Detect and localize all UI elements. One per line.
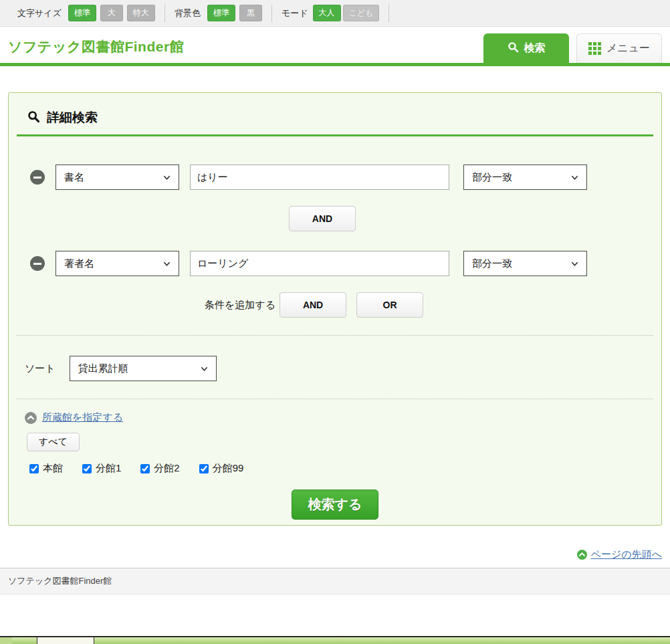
footer-site-name: ソフテック図書館Finder館 <box>8 575 112 587</box>
match-select-1-value: 部分一致 <box>472 171 512 184</box>
match-select-1[interactable]: 部分一致 <box>463 165 587 190</box>
site-header: ソフテック図書館Finder館 検索 メニュー <box>0 27 670 66</box>
match-select-2-value: 部分一致 <box>472 257 512 270</box>
library-checkbox-branch99[interactable]: 分館99 <box>199 462 244 475</box>
chevron-down-icon <box>571 174 578 181</box>
field-select-1-value: 書名 <box>64 171 84 184</box>
bg-black-button[interactable]: 黒 <box>239 5 262 21</box>
chevron-up-icon <box>577 550 587 560</box>
library-checkbox-branch1[interactable]: 分館1 <box>82 462 121 475</box>
font-size-label: 文字サイズ <box>17 7 62 19</box>
background-color-label: 背景色 <box>175 7 201 19</box>
tab-menu-label: メニュー <box>606 41 650 56</box>
add-condition-row: 条件を追加する AND OR <box>205 292 661 318</box>
keyword-input-1[interactable] <box>190 165 449 190</box>
panel-title: 詳細検索 <box>47 109 98 126</box>
divider <box>17 399 653 399</box>
sort-label: ソート <box>25 362 55 375</box>
header-tabs: 検索 メニュー <box>483 33 662 63</box>
mode-kids-button[interactable]: こども <box>343 5 380 21</box>
search-icon <box>27 110 40 126</box>
remove-condition-button[interactable] <box>30 256 45 271</box>
select-all-button[interactable]: すべて <box>27 433 80 451</box>
operator-between-button[interactable]: AND <box>289 206 356 231</box>
match-select-2[interactable]: 部分一致 <box>463 251 587 276</box>
search-submit-button[interactable]: 検索する <box>292 490 378 520</box>
chevron-down-icon <box>163 174 171 181</box>
font-size-xlarge-button[interactable]: 特大 <box>127 5 155 21</box>
add-and-button[interactable]: AND <box>280 292 346 318</box>
mode-group: モード 大人 こども <box>272 5 388 21</box>
bg-standard-button[interactable]: 標準 <box>207 5 235 21</box>
field-select-2[interactable]: 著者名 <box>55 251 179 276</box>
font-size-large-button[interactable]: 大 <box>100 5 123 21</box>
sort-select[interactable]: 貸出累計順 <box>70 356 217 381</box>
mode-adult-button[interactable]: 大人 <box>313 5 341 21</box>
title-underline <box>17 134 653 136</box>
cutoff-decoration-box <box>37 637 94 644</box>
field-select-1[interactable]: 書名 <box>55 165 179 190</box>
panel-title-row: 詳細検索 <box>9 93 661 134</box>
sort-select-value: 貸出累計順 <box>78 362 128 375</box>
detailed-search-panel: 詳細検索 書名 部分一致 AND 著者名 部分一致 条件を追加する AND <box>8 92 662 526</box>
chevron-up-icon <box>25 412 37 424</box>
library-label: 本館 <box>43 462 63 475</box>
chevron-down-icon <box>571 260 578 267</box>
divider <box>17 335 653 336</box>
field-select-2-value: 著者名 <box>64 257 94 270</box>
page-top-link[interactable]: ページの先頭へ <box>591 548 662 561</box>
specify-holding-library-link[interactable]: 所蔵館を指定する <box>42 411 123 424</box>
tab-menu[interactable]: メニュー <box>576 33 662 63</box>
sort-row: ソート 貸出累計順 <box>25 356 661 381</box>
holding-library-row: 所蔵館を指定する <box>25 411 661 424</box>
accessibility-toolbar: 文字サイズ 標準 大 特大 背景色 標準 黒 モード 大人 こども <box>0 0 670 27</box>
site-title: ソフテック図書館Finder館 <box>8 37 184 56</box>
checkbox[interactable] <box>29 464 39 473</box>
page-top-row: ページの先頭へ <box>0 548 662 561</box>
search-icon <box>508 41 519 56</box>
tab-search-label: 検索 <box>524 41 546 56</box>
font-size-group: 文字サイズ 標準 大 特大 <box>8 5 164 21</box>
background-color-group: 背景色 標準 黒 <box>165 5 271 21</box>
keyword-input-2[interactable] <box>190 251 449 276</box>
chevron-down-icon <box>163 260 171 267</box>
checkbox[interactable] <box>82 464 92 473</box>
library-label: 分館1 <box>96 462 121 475</box>
cutoff-decoration <box>0 637 12 644</box>
checkbox[interactable] <box>199 464 209 473</box>
library-checkbox-row: 本館 分館1 分館2 分館99 <box>29 462 661 475</box>
library-label: 分館99 <box>213 462 244 475</box>
condition-row-1: 書名 部分一致 <box>30 165 661 190</box>
mode-label: モード <box>282 7 308 19</box>
library-checkbox-main[interactable]: 本館 <box>29 462 63 475</box>
bottom-cutoff-window-edge <box>0 636 670 644</box>
checkbox[interactable] <box>140 464 150 473</box>
tab-search[interactable]: 検索 <box>483 33 569 63</box>
site-footer: ソフテック図書館Finder館 <box>0 568 670 595</box>
library-label: 分館2 <box>154 462 179 475</box>
condition-row-2: 著者名 部分一致 <box>30 251 661 276</box>
add-condition-label: 条件を追加する <box>205 299 275 312</box>
remove-condition-button[interactable] <box>30 170 45 185</box>
add-or-button[interactable]: OR <box>356 292 423 318</box>
grid-icon <box>588 42 601 55</box>
library-checkbox-branch2[interactable]: 分館2 <box>140 462 179 475</box>
toolbar-separator <box>388 5 389 22</box>
font-size-standard-button[interactable]: 標準 <box>68 5 96 21</box>
chevron-down-icon <box>201 365 208 372</box>
